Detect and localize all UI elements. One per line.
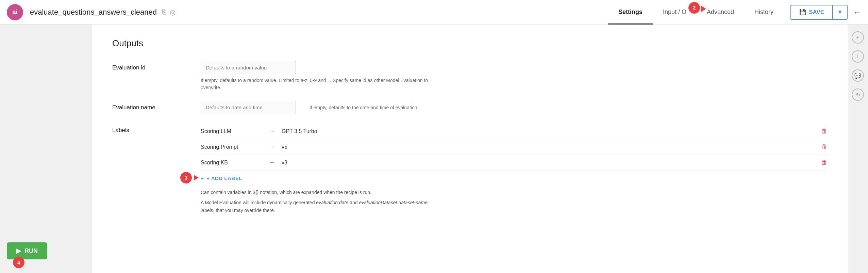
label-key: Scoring:KB	[201, 160, 262, 166]
right-sidebar: + i 💬 ↻	[848, 25, 868, 273]
evaluation-id-hint: If empty, defaults to a random value. Li…	[201, 77, 439, 91]
run-button[interactable]: ▶ RUN	[7, 242, 47, 259]
evaluation-id-field: If empty, defaults to a random value. Li…	[201, 61, 827, 91]
arrow-icon: →	[269, 128, 275, 135]
badge-2-arrow	[701, 5, 706, 12]
sync-sidebar-icon[interactable]: ↻	[852, 89, 864, 101]
evaluation-name-hint: If empty, defaults to the date and time …	[310, 105, 827, 110]
evaluation-id-input[interactable]	[201, 61, 296, 74]
label-key: Scoring:Prompt	[201, 144, 262, 150]
add-label-button[interactable]: + + ADD LABEL	[201, 171, 242, 186]
label-row: Scoring:LLM → GPT 3.5 Turbo 🗑	[201, 124, 827, 139]
arrow-icon: →	[269, 159, 275, 166]
delete-label-icon[interactable]: 🗑	[821, 159, 827, 166]
copy-icon[interactable]: ⎘	[162, 8, 166, 16]
play-icon: ▶	[16, 247, 21, 255]
evaluation-id-label: Evaluation id	[112, 61, 187, 71]
main-content: Outputs Evaluation id If empty, defaults…	[92, 25, 848, 273]
label-row: Scoring:Prompt → v5 🗑	[201, 139, 827, 155]
label-row: Scoring:KB → v3 🗑	[201, 155, 827, 171]
evaluation-name-label: Evaluation name	[112, 104, 187, 111]
save-button[interactable]: 💾 SAVE	[790, 5, 832, 20]
plus-sidebar-icon[interactable]: +	[852, 31, 864, 44]
evaluation-name-row: Evaluation name If empty, defaults to th…	[112, 101, 827, 114]
header-nav: Settings Input / O 2 Advanced History 💾 …	[608, 0, 861, 25]
evaluation-name-input[interactable]	[201, 101, 296, 114]
plus-icon: +	[201, 175, 204, 181]
page-title: evaluate_questions_answers_cleaned	[30, 8, 157, 17]
badge-4: 4	[13, 257, 24, 268]
section-title: Outputs	[112, 38, 827, 49]
back-button[interactable]: ←	[853, 7, 861, 17]
save-dropdown-button[interactable]: ▼	[832, 5, 848, 20]
label-value: v3	[282, 160, 814, 166]
logo[interactable]: ai	[7, 4, 23, 20]
badge-3: 3	[180, 172, 192, 183]
labels-hint-1: Can contain variables in ${} notation, w…	[201, 189, 439, 196]
info-sidebar-icon[interactable]: i	[852, 50, 864, 63]
label-key: Scoring:LLM	[201, 128, 262, 134]
nav-input-output[interactable]: Input / O 2	[653, 0, 697, 25]
evaluation-id-row: Evaluation id If empty, defaults to a ra…	[112, 61, 827, 91]
nav-advanced[interactable]: Advanced	[697, 0, 744, 25]
nav-history[interactable]: History	[744, 0, 784, 25]
labels-label: Labels	[112, 124, 187, 134]
header: ai evaluate_questions_answers_cleaned ⎘ …	[0, 0, 868, 25]
labels-hint-2: A Model Evaluation will include dynamica…	[201, 199, 439, 214]
labels-table: Scoring:LLM → GPT 3.5 Turbo 🗑 Scoring:Pr…	[201, 124, 827, 214]
chat-sidebar-icon[interactable]: 💬	[852, 69, 864, 82]
badge-3-arrow	[194, 175, 199, 180]
save-button-group: 💾 SAVE ▼	[790, 5, 848, 20]
settings-icon[interactable]: ◎	[170, 8, 176, 16]
nav-settings[interactable]: Settings	[608, 0, 653, 25]
left-sidebar	[0, 25, 92, 273]
arrow-icon: →	[269, 143, 275, 150]
main-layout: Outputs Evaluation id If empty, defaults…	[0, 25, 868, 273]
delete-label-icon[interactable]: 🗑	[821, 128, 827, 135]
labels-row: Labels Scoring:LLM → GPT 3.5 Turbo 🗑 Sco…	[112, 124, 827, 214]
delete-label-icon[interactable]: 🗑	[821, 143, 827, 150]
label-value: GPT 3.5 Turbo	[282, 128, 814, 134]
label-value: v5	[282, 144, 814, 150]
badge-2: 2	[688, 2, 700, 14]
